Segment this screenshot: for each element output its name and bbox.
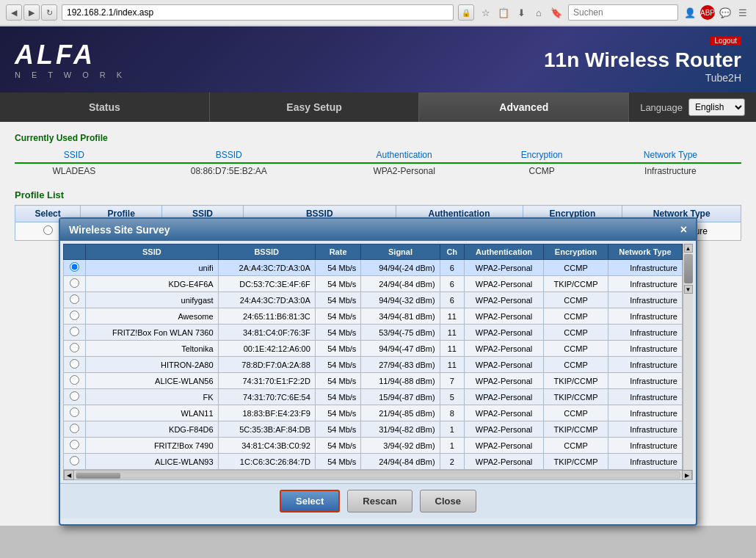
survey-rate: 54 Mb/s — [315, 405, 361, 421]
profile-list-title: Profile List — [15, 189, 741, 200]
survey-rate: 54 Mb/s — [315, 421, 361, 438]
tab-status[interactable]: Status — [0, 93, 210, 122]
survey-enc: CCMP — [544, 405, 608, 421]
survey-radio[interactable] — [70, 391, 79, 401]
col-ssid: SSID — [15, 148, 134, 163]
survey-rate: 54 Mb/s — [315, 438, 361, 454]
router-name: 11n Wireless Router — [544, 48, 741, 72]
survey-scroll-area[interactable]: SSID BSSID Rate Signal Ch Authentication… — [63, 244, 683, 470]
survey-name: FRITZ!Box Fon WLAN 7360 — [86, 325, 219, 341]
survey-rate: 54 Mb/s — [315, 389, 361, 405]
survey-bssid: 34:81:C4:0F:76:3F — [218, 325, 315, 341]
survey-radio[interactable] — [70, 327, 79, 336]
survey-signal: 24/94(-84 dBm) — [361, 454, 440, 470]
survey-net: Infrastructure — [608, 276, 682, 292]
survey-table: SSID BSSID Rate Signal Ch Authentication… — [63, 244, 683, 470]
survey-radio-cell[interactable] — [64, 260, 86, 276]
survey-radio-cell[interactable] — [64, 373, 86, 389]
survey-auth: WPA2-Personal — [464, 308, 543, 325]
survey-radio-cell[interactable] — [64, 405, 86, 421]
survey-radio[interactable] — [70, 294, 79, 304]
survey-radio-cell[interactable] — [64, 325, 86, 341]
tab-easy-setup[interactable]: Easy Setup — [210, 93, 420, 122]
reload-button[interactable]: ↻ — [41, 4, 57, 21]
tab-advanced[interactable]: Advanced — [419, 93, 629, 122]
survey-row: FK 74:31:70:7C:6E:54 54 Mb/s 15/94(-87 d… — [64, 389, 683, 405]
network-logo: N E T W O R K — [15, 70, 126, 79]
survey-name: FRITZ!Box 7490 — [86, 438, 219, 454]
survey-radio-cell[interactable] — [64, 357, 86, 373]
modal-title: Wireless Site Survey — [69, 224, 170, 236]
survey-bssid: 00:1E:42:12:A6:00 — [218, 341, 315, 357]
survey-signal: 94/94(-32 dBm) — [361, 292, 440, 308]
survey-auth: WPA2-Personal — [464, 454, 543, 470]
back-button[interactable]: ◀ — [6, 4, 22, 21]
survey-radio[interactable] — [70, 424, 79, 433]
menu-icon[interactable]: ☰ — [735, 5, 750, 20]
bookmark-icon[interactable]: 📋 — [496, 5, 511, 20]
survey-rate: 54 Mb/s — [315, 260, 361, 276]
survey-radio[interactable] — [70, 359, 79, 369]
survey-signal: 31/94(-82 dBm) — [361, 421, 440, 438]
th-net: Network Type — [608, 244, 682, 260]
survey-row: ALICE-WLAN56 74:31:70:E1:F2:2D 54 Mb/s 1… — [64, 373, 683, 389]
survey-radio[interactable] — [70, 375, 79, 385]
survey-radio[interactable] — [70, 278, 79, 288]
survey-radio[interactable] — [70, 407, 79, 417]
logout-button[interactable]: Logout — [710, 36, 741, 46]
survey-radio[interactable] — [70, 343, 79, 352]
close-button[interactable]: Close — [420, 490, 476, 512]
survey-bssid: DC:53:7C:3E:4F:6F — [218, 276, 315, 292]
abp-icon[interactable]: ABP — [700, 5, 715, 20]
horizontal-scrollbar[interactable]: ◀ ▶ — [63, 470, 693, 480]
survey-radio[interactable] — [70, 440, 79, 449]
survey-name: unifi — [86, 260, 219, 276]
survey-net: Infrastructure — [608, 292, 682, 308]
survey-name: FK — [86, 389, 219, 405]
survey-auth: WPA2-Personal — [464, 292, 543, 308]
bookmark2-icon[interactable]: 🔖 — [549, 5, 564, 20]
survey-radio-cell[interactable] — [64, 438, 86, 454]
survey-radio-cell[interactable] — [64, 421, 86, 438]
survey-rate: 54 Mb/s — [315, 308, 361, 325]
survey-ch: 6 — [440, 276, 464, 292]
star-icon[interactable]: ☆ — [479, 5, 493, 20]
survey-radio[interactable] — [70, 262, 79, 272]
survey-net: Infrastructure — [608, 357, 682, 373]
home-icon[interactable]: ⌂ — [531, 5, 546, 20]
chat-icon[interactable]: 💬 — [718, 5, 733, 20]
forward-button[interactable]: ▶ — [23, 4, 40, 21]
survey-bssid: 5C:35:3B:AF:84:DB — [218, 421, 315, 438]
address-bar[interactable] — [62, 4, 454, 21]
download-icon[interactable]: ⬇ — [514, 5, 528, 20]
survey-radio-cell[interactable] — [64, 341, 86, 357]
scroll-up-button[interactable]: ▲ — [684, 244, 693, 253]
survey-radio-cell[interactable] — [64, 292, 86, 308]
survey-row: unifi 2A:A4:3C:7D:A3:0A 54 Mb/s 94/94(-2… — [64, 260, 683, 276]
vertical-scrollbar[interactable]: ▲ ▼ — [683, 244, 693, 470]
survey-signal: 94/94(-47 dBm) — [361, 341, 440, 357]
survey-signal: 94/94(-24 dBm) — [361, 260, 440, 276]
survey-radio-cell[interactable] — [64, 276, 86, 292]
survey-radio[interactable] — [70, 311, 79, 320]
th-name: SSID — [86, 244, 219, 260]
survey-name: WLAN11 — [86, 405, 219, 421]
modal-close-button[interactable]: × — [680, 223, 687, 236]
search-input[interactable] — [568, 4, 678, 21]
survey-radio-cell[interactable] — [64, 454, 86, 470]
person-icon[interactable]: 👤 — [683, 5, 697, 20]
language-select[interactable]: English Deutsch Français — [688, 98, 745, 116]
survey-radio-cell[interactable] — [64, 308, 86, 325]
hscroll-right[interactable]: ▶ — [682, 470, 692, 480]
survey-row: Awesome 24:65:11:B6:81:3C 54 Mb/s 34/94(… — [64, 308, 683, 325]
rescan-button[interactable]: Rescan — [347, 490, 412, 512]
col-bssid: BSSID — [134, 148, 324, 163]
survey-auth: WPA2-Personal — [464, 405, 543, 421]
select-button[interactable]: Select — [280, 490, 340, 512]
scroll-down-button[interactable]: ▼ — [684, 285, 693, 294]
survey-radio[interactable] — [70, 456, 79, 465]
survey-radio-cell[interactable] — [64, 389, 86, 405]
hscroll-left[interactable]: ◀ — [64, 470, 74, 480]
survey-bssid: 2A:A4:3C:7D:A3:0A — [218, 260, 315, 276]
survey-row: unifygast 24:A4:3C:7D:A3:0A 54 Mb/s 94/9… — [64, 292, 683, 308]
